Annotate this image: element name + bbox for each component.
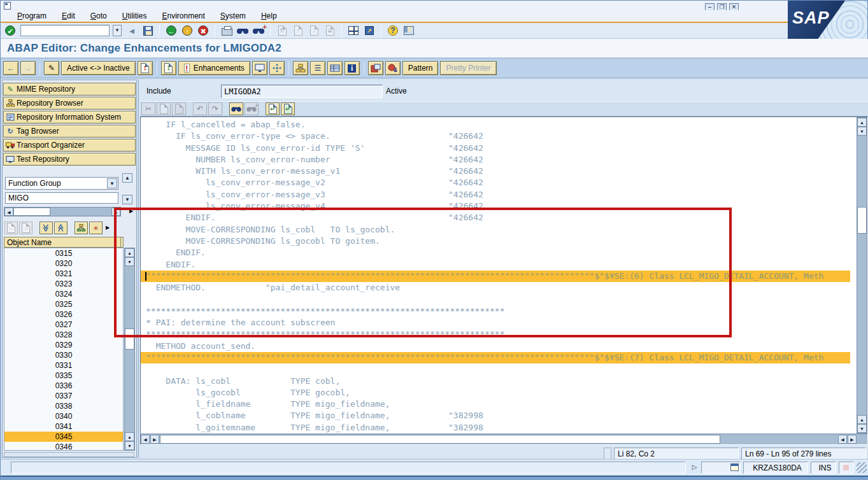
scroll-right-button[interactable]: ▶	[848, 435, 857, 444]
object-row[interactable]: 0331	[4, 360, 123, 371]
object-row[interactable]: 0325	[4, 299, 123, 309]
code-line[interactable]: WITH ls_conv_error-message_v1"426642	[141, 166, 850, 177]
object-row[interactable]: 0330	[4, 350, 123, 360]
scroll-left-button[interactable]: ◀	[838, 435, 847, 444]
selector-scroll-down-button[interactable]: ▼	[122, 195, 132, 204]
include-input[interactable]	[221, 85, 383, 98]
code-line[interactable]	[141, 293, 850, 305]
scroll-right-button[interactable]: ▶	[150, 435, 159, 444]
where-used-button[interactable]	[368, 61, 383, 75]
tree-hierarchy-button[interactable]	[75, 222, 88, 234]
active-inactive-button[interactable]: Active <-> Inactive	[61, 61, 136, 75]
menu-item-edit[interactable]: Edit	[62, 11, 75, 20]
scroll-up-button[interactable]: ▲	[857, 118, 867, 127]
code-line[interactable]: IF l_cancelled = abap_false.	[141, 119, 850, 131]
cancel-button[interactable]: ✖	[196, 24, 210, 38]
scroll-down-button[interactable]: ▼	[125, 257, 134, 266]
upload-button[interactable]: ↵	[266, 102, 280, 115]
object-row[interactable]: 0346	[4, 442, 123, 451]
enhancement-marker-line[interactable]: """"""""""""""""""""""""""""""""""""""""…	[141, 352, 850, 364]
scroll-up-button[interactable]: ▲	[857, 415, 867, 424]
menu-item-help[interactable]: Help	[261, 11, 277, 20]
customize-layout-button[interactable]	[402, 24, 416, 38]
object-row[interactable]: 0327	[4, 320, 123, 330]
status-splitter[interactable]	[604, 448, 611, 460]
code-line[interactable]: MOVE-CORRESPONDING ls_gocobl TO goitem.	[141, 236, 850, 247]
menu-item-utilities[interactable]: Utilities	[122, 11, 147, 20]
collapse-all-button[interactable]: ≫	[54, 222, 68, 234]
menu-item-environment[interactable]: Environment	[162, 11, 204, 20]
scrollbar-thumb[interactable]	[160, 435, 720, 444]
object-type-dropdown-icon[interactable]: ▼	[107, 178, 117, 188]
code-line[interactable]: ****************************************…	[141, 328, 850, 340]
object-row[interactable]: 0345	[4, 432, 123, 442]
scroll-up-button[interactable]: ▲	[125, 248, 134, 257]
object-row[interactable]: 0321	[4, 269, 123, 279]
code-line[interactable]: ENDIF.	[141, 259, 850, 271]
object-name-input[interactable]: MIGO	[5, 192, 118, 204]
panel-overflow-right-icon[interactable]: ▶	[127, 207, 135, 216]
command-field-input[interactable]	[20, 25, 110, 36]
object-list-scrollbar[interactable]: ▲ ▼ ▲ ▼	[124, 248, 135, 451]
object-row[interactable]: 0326	[4, 309, 123, 320]
scroll-left-button[interactable]: ◀	[141, 435, 150, 444]
object-row[interactable]: 0336	[4, 381, 123, 391]
editor-horizontal-scrollbar[interactable]: ◀ ▶ ◀ ▶	[141, 434, 867, 444]
save-button[interactable]	[141, 24, 155, 38]
print-button[interactable]	[220, 24, 234, 38]
object-hierarchy-button[interactable]	[293, 61, 308, 75]
object-list-header[interactable]: Object Name	[4, 237, 124, 248]
object-row[interactable]: 0328	[4, 330, 123, 340]
display-object-list-button[interactable]	[385, 61, 401, 75]
code-line[interactable]: l_fieldname TYPE migo_fieldname,	[141, 399, 850, 410]
enter-button[interactable]: ✔	[3, 24, 17, 38]
download-button[interactable]: ↵	[281, 102, 295, 115]
insert-mode-field[interactable]: INS	[811, 462, 836, 474]
code-line[interactable]: ls_gocobl TYPE gocobl,	[141, 387, 850, 399]
scroll-left-button[interactable]: ◀	[4, 208, 13, 216]
help-button[interactable]: ?	[386, 24, 400, 38]
code-line[interactable]: DATA: ls_cobl TYPE cobl,	[141, 376, 850, 387]
scroll-down-button[interactable]: ▼	[857, 424, 867, 433]
sidebar-item-tag-browser[interactable]: ↻ Tag Browser	[3, 125, 136, 138]
screen-display-button[interactable]	[252, 61, 267, 75]
code-line[interactable]: ENDIF."426642	[141, 212, 850, 223]
command-field-dropdown-icon[interactable]: ▼	[113, 25, 122, 36]
code-line[interactable]	[141, 364, 850, 375]
code-line[interactable]: l_goitemname TYPE migo_fieldname,"382998	[141, 422, 850, 434]
find-next-button[interactable]	[252, 24, 266, 38]
scrollbar-thumb[interactable]	[857, 207, 867, 234]
nav-back-button[interactable]: ←	[3, 61, 18, 75]
code-lines[interactable]: IF l_cancelled = abap_false. IF ls_conv_…	[141, 117, 850, 434]
create-shortcut-button[interactable]: ↗	[362, 24, 376, 38]
object-row[interactable]: 0340	[4, 411, 123, 421]
enhancement-marker-line[interactable]: """"""""""""""""""""""""""""""""""""""""…	[141, 271, 850, 282]
exit-button[interactable]: ↑	[180, 24, 194, 38]
code-line[interactable]: ENDMETHOD. "pai_detail_account_receive	[141, 282, 850, 293]
code-line[interactable]: ls_conv_error-message_v3"426642	[141, 189, 850, 201]
find-button[interactable]	[236, 24, 250, 38]
object-row[interactable]: 0324	[4, 289, 123, 299]
menu-item-program[interactable]: Program	[17, 11, 46, 20]
object-row[interactable]: 0315	[4, 248, 123, 258]
scrollbar-thumb[interactable]	[13, 208, 50, 216]
code-line[interactable]: MOVE-CORRESPONDING ls_cobl TO ls_gocobl.	[141, 224, 850, 236]
sort-list-button[interactable]: ☰	[310, 61, 325, 75]
editor-vertical-scrollbar[interactable]: ▲ ▼ ▲ ▼	[857, 117, 867, 434]
code-line[interactable]: IF ls_conv_error-type <> space."426642	[141, 131, 850, 142]
object-row[interactable]: 0335	[4, 371, 123, 381]
editor-find-button[interactable]	[229, 102, 243, 115]
scroll-down-button[interactable]: ▼	[857, 127, 867, 136]
list-horizontal-scroll-strip[interactable]	[4, 452, 134, 457]
system-id-field[interactable]: KRZAS180DA	[743, 462, 808, 474]
navigate-button[interactable]	[269, 61, 285, 75]
expand-all-button[interactable]: ≫	[39, 222, 53, 234]
sidebar-item-repository-browser[interactable]: Repository Browser	[3, 97, 136, 109]
status-expand-icon[interactable]: ▷	[690, 462, 699, 473]
code-line[interactable]: ls_conv_error-message_v2"426642	[141, 177, 850, 188]
scroll-down-button[interactable]: ▼	[125, 441, 134, 450]
object-row[interactable]: 0338	[4, 401, 123, 411]
collapse-toolbar-icon[interactable]: ◀	[125, 24, 139, 38]
code-line[interactable]: ****************************************…	[141, 306, 850, 317]
status-message-field[interactable]	[11, 462, 686, 474]
